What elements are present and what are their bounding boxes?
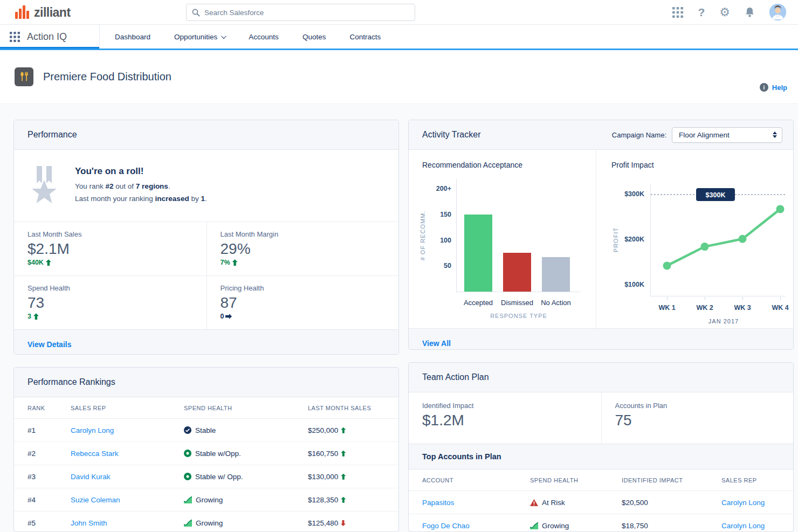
tab-contracts[interactable]: Contracts — [338, 25, 393, 49]
sales-rep-link[interactable]: Carolyn Long — [71, 426, 184, 434]
rankings-table-row: #3David KurakStable w/ Opp.$130,000 — [14, 465, 398, 488]
trend-up-arrow-icon — [33, 313, 39, 320]
page-title: Premiere Food Distribution — [43, 71, 171, 83]
metric-last-month-margin: Last Month Margin29%7% — [207, 222, 399, 275]
avatar-image — [769, 4, 786, 20]
help-icon[interactable]: ? — [698, 6, 705, 18]
app-name-box[interactable]: Action IQ — [0, 25, 100, 49]
metric-label: Pricing Health — [221, 284, 386, 292]
tracker-charts: Recommendation Acceptance 50100150200+# … — [409, 150, 793, 328]
tab-opportunities[interactable]: Opportunities — [162, 25, 237, 49]
metric-label: Last Month Margin — [221, 230, 386, 238]
x-category-label: Dismissed — [501, 299, 533, 307]
rank-cell: #5 — [27, 519, 71, 527]
performance-hero: You're on a roll! You rank #2 out of 7 r… — [14, 150, 398, 222]
bar-series — [457, 215, 580, 292]
x-category-label: Accepted — [464, 299, 493, 307]
app-navbar: Action IQ Dashboard Opportunities Accoun… — [0, 25, 798, 50]
growth-chart-icon — [530, 522, 538, 529]
metric-label: Spend Health — [27, 284, 193, 292]
tab-accounts[interactable]: Accounts — [237, 25, 291, 49]
spend-health-cell: Growing — [184, 519, 308, 527]
tab-quotes[interactable]: Quotes — [291, 25, 338, 49]
x-category-label: WK 3 — [734, 304, 751, 312]
y-axis-label: PROFIT — [613, 216, 619, 264]
recommendation-bar-chart: 50100150200+# OF RECOMM.AcceptedDismisse… — [456, 179, 580, 292]
app-launcher-icon[interactable] — [672, 7, 683, 18]
trend-down-arrow-icon — [341, 520, 346, 526]
metric-delta: 0 — [221, 313, 386, 320]
campaign-selected-value: Floor Alignment — [679, 131, 730, 139]
rank-cell: #4 — [27, 496, 71, 504]
metric-delta: 3 — [27, 313, 193, 320]
y-tick-label: 150 — [428, 211, 451, 218]
left-column: Performance You're on a roll! You rank #… — [13, 120, 399, 532]
hero-title: You're on a roll! — [75, 166, 207, 177]
data-point-wk-4 — [776, 205, 785, 213]
nav-tabs: Dashboard Opportunities Accounts Quotes … — [100, 25, 393, 49]
select-stepper-icon — [773, 132, 777, 138]
account-link[interactable]: Papasitos — [422, 499, 530, 507]
activity-tracker-card: Activity Tracker Campaign Name: Floor Al… — [408, 120, 794, 350]
notifications-bell-icon[interactable] — [745, 7, 755, 18]
spend-health-cell: Stable w/Opp. — [184, 450, 308, 458]
tab-dashboard[interactable]: Dashboard — [103, 25, 162, 49]
card-title: Performance Rankings — [27, 377, 115, 387]
x-tick-mark — [742, 297, 743, 300]
y-tick-label: 200+ — [428, 185, 451, 192]
rank-line: You rank #2 out of 7 regions. — [75, 181, 207, 193]
logo-bar — [19, 9, 22, 19]
account-link[interactable]: Fogo De Chao — [422, 522, 530, 530]
trend-flat-arrow-icon — [225, 314, 232, 319]
sales-rep-link[interactable]: David Kurak — [71, 473, 184, 481]
trend-up-arrow-icon — [341, 497, 346, 503]
card-title: Performance — [27, 130, 77, 140]
sales-rep-link[interactable]: Carolyn Long — [721, 499, 793, 507]
performance-card: Performance You're on a roll! You rank #… — [13, 120, 399, 355]
app-name: Action IQ — [27, 31, 67, 43]
setup-gear-icon[interactable]: ⚙ — [719, 6, 730, 18]
search-icon — [192, 9, 200, 17]
rankings-table-row: #2Rebecca StarkStable w/Opp.$160,750 — [14, 442, 398, 465]
y-tick-label: $100K — [621, 281, 644, 288]
trend-up-arrow-icon — [46, 259, 51, 266]
view-details-link[interactable]: View Details — [27, 340, 71, 349]
col-spend-health: SPEND HEALTH — [530, 477, 622, 483]
search-input[interactable] — [204, 9, 409, 17]
ranking-change-line: Last month your ranking increased by 1. — [75, 193, 207, 205]
performance-rankings-card: Performance Rankings RANK SALES REP SPEN… — [13, 367, 399, 532]
global-search[interactable] — [186, 4, 415, 21]
waffle-icon[interactable] — [10, 32, 20, 42]
rank-cell: #1 — [27, 426, 71, 434]
check-circle-icon — [184, 426, 191, 434]
accounts-table-body: PapasitosAt Risk$20,500Carolyn LongFogo … — [409, 491, 793, 532]
spend-health-cell: At Risk — [530, 499, 622, 507]
rankings-table-row: #4Suzie ColemanGrowing$128,350 — [14, 488, 398, 512]
page-header: Premiere Food Distribution i Help — [0, 50, 798, 104]
sales-rep-link[interactable]: Carolyn Long — [721, 522, 793, 530]
col-sales-rep: SALES REP — [71, 405, 184, 411]
x-tick-mark — [667, 297, 668, 300]
x-tick-mark — [705, 297, 705, 300]
sales-rep-link[interactable]: Rebecca Stark — [71, 450, 184, 458]
bar-dismissed — [503, 253, 531, 292]
sales-rep-link[interactable]: John Smith — [71, 519, 184, 527]
growth-chart-icon — [184, 496, 192, 503]
campaign-select[interactable]: Floor Alignment — [672, 127, 782, 143]
goal-badge: $300K — [696, 188, 735, 201]
rankings-table-body: #1Carolyn LongStable$250,000#2Rebecca St… — [14, 419, 398, 532]
metric-spend-health: Spend Health733 — [14, 275, 207, 329]
card-title: Activity Tracker — [422, 130, 480, 140]
sales-rep-link[interactable]: Suzie Coleman — [71, 496, 184, 504]
user-avatar[interactable] — [769, 4, 786, 20]
rankings-table-header: RANK SALES REP SPEND HEALTH LAST MONTH S… — [14, 397, 398, 419]
help-link[interactable]: i Help — [760, 83, 787, 92]
profit-impact-panel: Profit Impact $100K$200K$300KPROFIT$300K… — [596, 150, 793, 328]
view-all-link[interactable]: View All — [422, 339, 451, 348]
performance-metrics: Last Month Sales$2.1M$40KLast Month Marg… — [14, 222, 398, 329]
x-category-label: WK 2 — [696, 304, 713, 312]
y-tick-label: $200K — [621, 236, 644, 243]
x-tick-mark — [780, 297, 781, 300]
x-axis-label: RESPONSE TYPE — [490, 313, 547, 319]
col-sales-rep: SALES REP — [721, 477, 793, 483]
